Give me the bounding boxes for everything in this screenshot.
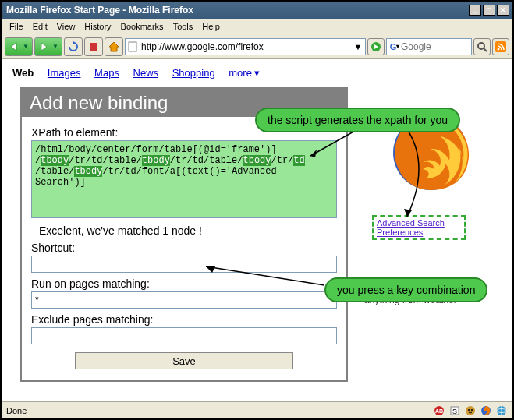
- menu-view[interactable]: View: [52, 20, 80, 33]
- nav-maps[interactable]: Maps: [94, 67, 119, 79]
- svg-line-4: [484, 48, 487, 51]
- shortcut-label: Shortcut:: [31, 242, 337, 254]
- exclude-input[interactable]: [31, 327, 337, 344]
- menu-file[interactable]: File: [5, 20, 28, 33]
- arrow-to-advsearch-icon: [376, 126, 438, 220]
- stop-button[interactable]: [84, 37, 103, 56]
- window-title: Mozilla Firefox Start Page - Mozilla Fir…: [5, 5, 469, 16]
- page-content: Web Images Maps News Shopping more ▾ Adv…: [2, 59, 512, 402]
- feed-icon: [495, 41, 506, 52]
- nav-more[interactable]: more ▾: [229, 67, 260, 79]
- navigation-toolbar: ▼ ▼ ▼ G▾: [2, 34, 512, 59]
- window-titlebar: Mozilla Firefox Start Page - Mozilla Fir…: [2, 2, 512, 19]
- close-button[interactable]: ✕: [497, 5, 509, 16]
- svg-text:AB: AB: [435, 408, 443, 414]
- google-nav: Web Images Maps News Shopping more ▾: [2, 59, 512, 86]
- firefox-status-icon[interactable]: [480, 404, 492, 417]
- menu-help[interactable]: Help: [197, 20, 225, 33]
- nav-images[interactable]: Images: [48, 67, 81, 79]
- menu-tools[interactable]: Tools: [168, 20, 198, 33]
- callout-xpath: the script generates the xpath for you: [255, 108, 460, 132]
- home-button[interactable]: [105, 37, 123, 56]
- reload-icon: [67, 41, 80, 53]
- minimize-button[interactable]: _: [469, 5, 481, 16]
- monkey-icon[interactable]: [464, 404, 477, 417]
- menu-bar: File Edit View History Bookmarks Tools H…: [2, 19, 512, 34]
- svg-rect-0: [90, 43, 97, 51]
- search-button[interactable]: [473, 38, 491, 55]
- svg-point-15: [468, 409, 470, 411]
- maximize-button[interactable]: □: [483, 5, 495, 16]
- svg-point-16: [471, 409, 473, 411]
- menu-bookmarks[interactable]: Bookmarks: [116, 20, 168, 33]
- callout-shortcut: you press a key combination: [324, 277, 487, 302]
- nav-web[interactable]: Web: [12, 67, 34, 79]
- menu-history[interactable]: History: [80, 20, 115, 33]
- save-button[interactable]: Save: [75, 352, 293, 369]
- svg-point-3: [478, 43, 484, 49]
- url-dropdown-icon[interactable]: ▼: [353, 42, 363, 51]
- stop-icon: [88, 41, 99, 52]
- menu-edit[interactable]: Edit: [28, 20, 52, 33]
- search-box[interactable]: G▾: [386, 38, 472, 55]
- forward-button[interactable]: ▼: [34, 37, 62, 56]
- globe-icon[interactable]: [495, 404, 508, 417]
- script-icon[interactable]: S: [448, 404, 461, 417]
- arrow-left-icon: [9, 41, 23, 52]
- search-input[interactable]: [401, 41, 470, 52]
- svg-point-6: [498, 48, 500, 50]
- url-bar[interactable]: ▼: [125, 38, 366, 55]
- nav-news[interactable]: News: [133, 67, 159, 79]
- svg-rect-1: [129, 42, 136, 51]
- status-bar: Done AB S: [2, 401, 512, 418]
- go-button[interactable]: [367, 38, 385, 55]
- adblock-icon[interactable]: AB: [433, 404, 445, 417]
- arrow-right-icon: [38, 41, 52, 52]
- search-engine-icon[interactable]: G▾: [388, 41, 401, 53]
- reload-button[interactable]: [64, 37, 83, 56]
- url-input[interactable]: [141, 41, 353, 52]
- status-text: Done: [6, 406, 433, 415]
- back-button[interactable]: ▼: [5, 37, 33, 56]
- feed-button[interactable]: [492, 38, 509, 55]
- page-icon: [127, 41, 140, 53]
- svg-line-9: [206, 266, 324, 285]
- exclude-label: Exclude pages matching:: [31, 313, 337, 326]
- preferences-link[interactable]: Preferences: [377, 228, 461, 237]
- go-arrow-icon: [370, 41, 381, 52]
- magnifier-icon: [477, 41, 487, 52]
- home-icon: [108, 41, 120, 53]
- xpath-textarea[interactable]: /html/body/center/form/table[(@id='frame…: [31, 140, 337, 218]
- svg-point-14: [466, 406, 475, 415]
- nav-shopping[interactable]: Shopping: [172, 67, 215, 79]
- run-input[interactable]: [31, 291, 337, 309]
- svg-text:S: S: [452, 408, 457, 415]
- arrow-to-shortcut-icon: [200, 262, 332, 293]
- match-message: Excelent, we've matched 1 node !: [39, 224, 334, 237]
